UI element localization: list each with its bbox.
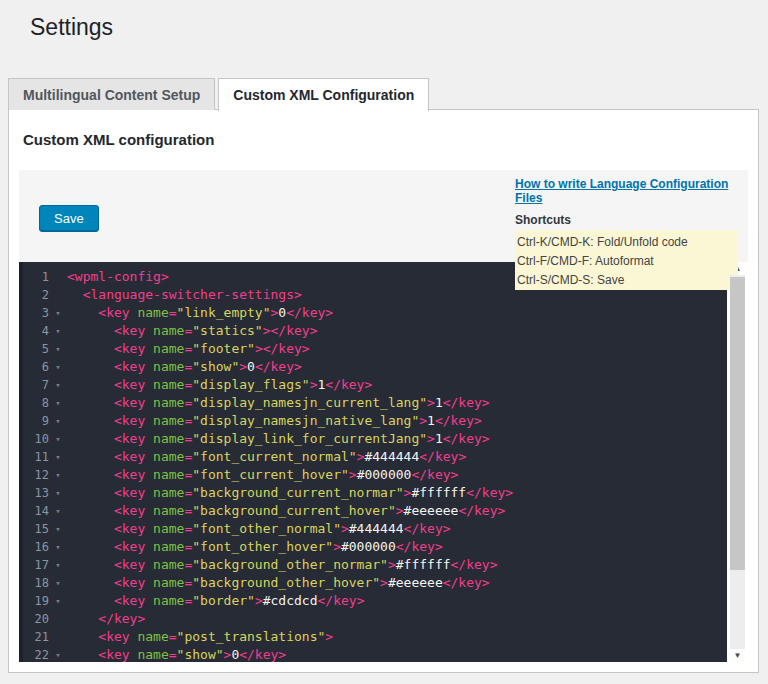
- settings-page: Settings Multilingual Content Setup Cust…: [8, 13, 759, 673]
- fold-arrow-icon[interactable]: ▾: [49, 574, 67, 592]
- line-number: 8: [23, 394, 49, 412]
- line-number: 15: [23, 520, 49, 538]
- code-line[interactable]: 5▾ <key name="footer"></key>: [23, 340, 727, 358]
- section-heading: Custom XML configuration: [23, 131, 744, 148]
- code-line[interactable]: 19▾ <key name="border">#cdcdcd</key>: [23, 592, 727, 610]
- line-number: 2: [23, 286, 49, 304]
- save-button[interactable]: Save: [39, 205, 99, 232]
- line-number: 19: [23, 592, 49, 610]
- code-text: <key name="font_current_normal">#444444<…: [67, 448, 727, 466]
- line-number: 3: [23, 304, 49, 322]
- scroll-down-icon[interactable]: ▼: [730, 649, 745, 662]
- line-number: 4: [23, 322, 49, 340]
- fold-arrow-icon[interactable]: ▾: [49, 430, 67, 448]
- code-line[interactable]: 14▾ <key name="background_current_hover"…: [23, 502, 727, 520]
- code-text: <key name="show">0</key>: [67, 358, 727, 376]
- code-line[interactable]: 17▾ <key name="background_other_normar">…: [23, 556, 727, 574]
- fold-arrow-icon[interactable]: ▾: [49, 412, 67, 430]
- help-column: How to write Language Configuration File…: [515, 177, 738, 262]
- code-text: <key name="post_translations">: [67, 628, 727, 646]
- fold-arrow-icon[interactable]: ▾: [49, 538, 67, 556]
- code-text: <key name="footer"></key>: [67, 340, 727, 358]
- code-text: <key name="display_namesjn_native_lang">…: [67, 412, 727, 430]
- code-line[interactable]: 18▾ <key name="background_other_hover">#…: [23, 574, 727, 592]
- fold-arrow-icon[interactable]: ▾: [49, 448, 67, 466]
- scrollbar-thumb[interactable]: [730, 277, 745, 570]
- shortcut-save: Ctrl-S/CMD-S: Save: [517, 271, 730, 290]
- code-line[interactable]: 9▾ <key name="display_namesjn_native_lan…: [23, 412, 727, 430]
- fold-arrow-icon[interactable]: ▾: [49, 340, 67, 358]
- code-text: <key name="font_other_hover">#000000</ke…: [67, 538, 727, 556]
- code-line[interactable]: 11▾ <key name="font_current_normal">#444…: [23, 448, 727, 466]
- fold-arrow-icon[interactable]: ▾: [49, 484, 67, 502]
- code-text: <key name="background_other_hover">#eeee…: [67, 574, 727, 592]
- code-text: <key name="background_current_normar">#f…: [67, 484, 727, 502]
- code-line[interactable]: 13▾ <key name="background_current_normar…: [23, 484, 727, 502]
- shortcuts-title: Shortcuts: [515, 213, 738, 227]
- editor-toolbar: Save How to write Language Configuration…: [19, 170, 748, 262]
- code-line[interactable]: 21 <key name="post_translations">: [23, 628, 727, 646]
- fold-spacer: [49, 268, 67, 286]
- line-number: 5: [23, 340, 49, 358]
- line-number: 14: [23, 502, 49, 520]
- code-lines: 1<wpml-config>2 <language-switcher-setti…: [23, 268, 727, 662]
- line-number: 22: [23, 646, 49, 662]
- editor-scrollbar[interactable]: ▲ ▼: [727, 262, 748, 662]
- line-number: 1: [23, 268, 49, 286]
- code-text: <key name="background_current_hover">#ee…: [67, 502, 727, 520]
- fold-arrow-icon[interactable]: ▾: [49, 376, 67, 394]
- code-line[interactable]: 20 </key>: [23, 610, 727, 628]
- code-line[interactable]: 3▾ <key name="link_empty">0</key>: [23, 304, 727, 322]
- line-number: 9: [23, 412, 49, 430]
- code-line[interactable]: 7▾ <key name="display_flags">1</key>: [23, 376, 727, 394]
- fold-spacer: [49, 286, 67, 304]
- shortcuts-box: Ctrl-K/CMD-K: Fold/Unfold code Ctrl-F/CM…: [515, 230, 738, 290]
- code-line[interactable]: 8▾ <key name="display_namesjn_current_la…: [23, 394, 727, 412]
- code-text: <key name="statics"></key>: [67, 322, 727, 340]
- code-text: <key name="show">0</key>: [67, 646, 727, 662]
- code-editor-wrapper: 1<wpml-config>2 <language-switcher-setti…: [19, 262, 748, 662]
- fold-arrow-icon[interactable]: ▾: [49, 394, 67, 412]
- code-line[interactable]: 10▾ <key name="display_link_for_currentJ…: [23, 430, 727, 448]
- code-line[interactable]: 6▾ <key name="show">0</key>: [23, 358, 727, 376]
- tab-custom-xml-configuration[interactable]: Custom XML Configuration: [218, 78, 429, 111]
- fold-arrow-icon[interactable]: ▾: [49, 592, 67, 610]
- fold-arrow-icon[interactable]: ▾: [49, 322, 67, 340]
- code-text: </key>: [67, 610, 727, 628]
- fold-arrow-icon[interactable]: ▾: [49, 520, 67, 538]
- code-line[interactable]: 22▾ <key name="show">0</key>: [23, 646, 727, 662]
- code-line[interactable]: 4▾ <key name="statics"></key>: [23, 322, 727, 340]
- code-editor[interactable]: 1<wpml-config>2 <language-switcher-setti…: [19, 262, 727, 662]
- code-text: <key name="font_other_normal">#444444</k…: [67, 520, 727, 538]
- code-text: <key name="display_link_for_currentJang"…: [67, 430, 727, 448]
- tab-bar: Multilingual Content Setup Custom XML Co…: [8, 78, 759, 110]
- fold-arrow-icon[interactable]: ▾: [49, 304, 67, 322]
- line-number: 7: [23, 376, 49, 394]
- line-number: 12: [23, 466, 49, 484]
- line-number: 13: [23, 484, 49, 502]
- code-line[interactable]: 12▾ <key name="font_current_hover">#0000…: [23, 466, 727, 484]
- fold-arrow-icon[interactable]: ▾: [49, 358, 67, 376]
- fold-arrow-icon[interactable]: ▾: [49, 646, 67, 662]
- shortcut-autoformat: Ctrl-F/CMD-F: Autoformat: [517, 252, 730, 271]
- custom-xml-panel: Custom XML configuration Save How to wri…: [8, 109, 759, 673]
- tab-multilingual-content-setup[interactable]: Multilingual Content Setup: [8, 78, 215, 110]
- shortcut-fold: Ctrl-K/CMD-K: Fold/Unfold code: [517, 233, 730, 252]
- code-text: <key name="display_namesjn_current_lang"…: [67, 394, 727, 412]
- code-text: <key name="display_flags">1</key>: [67, 376, 727, 394]
- fold-arrow-icon[interactable]: ▾: [49, 556, 67, 574]
- scrollbar-track[interactable]: [730, 275, 745, 649]
- fold-spacer: [49, 610, 67, 628]
- fold-arrow-icon[interactable]: ▾: [49, 466, 67, 484]
- code-line[interactable]: 16▾ <key name="font_other_hover">#000000…: [23, 538, 727, 556]
- fold-spacer: [49, 628, 67, 646]
- page-title: Settings: [30, 13, 759, 41]
- line-number: 6: [23, 358, 49, 376]
- code-text: <key name="font_current_hover">#000000</…: [67, 466, 727, 484]
- fold-arrow-icon[interactable]: ▾: [49, 502, 67, 520]
- line-number: 21: [23, 628, 49, 646]
- help-link[interactable]: How to write Language Configuration File…: [515, 177, 738, 205]
- line-number: 10: [23, 430, 49, 448]
- code-text: <key name="border">#cdcdcd</key>: [67, 592, 727, 610]
- code-line[interactable]: 15▾ <key name="font_other_normal">#44444…: [23, 520, 727, 538]
